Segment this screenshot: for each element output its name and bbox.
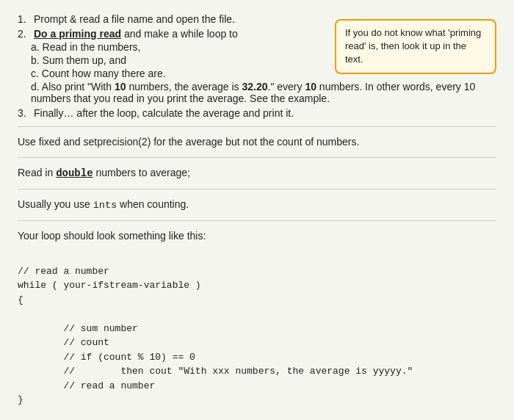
bold-3220: 32.20 xyxy=(242,81,267,93)
list-num-3: 3. xyxy=(18,107,34,119)
para-ints: Usually you use ints when counting. xyxy=(18,197,496,213)
list-item-3-text: Finally… after the loop, calculate the a… xyxy=(34,107,496,119)
code-line-2: while ( your-ifstream-variable ) xyxy=(18,280,201,291)
code-line-6: // count xyxy=(18,337,109,348)
separator-4 xyxy=(18,220,496,221)
callout-priming-text: If you do not know what 'priming read' i… xyxy=(345,27,481,65)
code-line-7: // if (count % 10) == 0 xyxy=(18,352,195,363)
sub-item-b-text: Sum them up, and xyxy=(43,54,126,66)
separator-1 xyxy=(18,126,496,127)
para-setprecision: Use fixed and setprecision(2) for the av… xyxy=(18,134,496,150)
para-double: Read in double numbers to average; xyxy=(18,165,496,181)
sub-item-d-letter: d. xyxy=(31,81,40,93)
code-block: // read a number while ( your-ifstream-v… xyxy=(18,250,496,420)
list-item-2-continuation: and make a while loop to xyxy=(124,28,238,40)
sub-item-c-letter: c. xyxy=(31,68,39,79)
list-num-2: 2. xyxy=(18,28,34,40)
loop-intro-text: Your loop should look something like thi… xyxy=(18,228,496,244)
sub-item-d-text: Also print "With 10 numbers, the average… xyxy=(31,81,475,104)
separator-3 xyxy=(18,189,496,189)
code-line-3: { xyxy=(18,294,23,305)
ints-keyword: ints xyxy=(93,200,117,211)
loop-section: Do NOT use some-ifstream.eof() ! Do not … xyxy=(18,228,496,420)
code-line-10: } xyxy=(18,394,23,405)
content-area: If you do not know what 'priming read' i… xyxy=(18,13,496,420)
bold-10-1: 10 xyxy=(115,81,126,93)
priming-read-label: Do a priming read xyxy=(34,28,121,40)
list-item-3: 3. Finally… after the loop, calculate th… xyxy=(18,107,496,119)
sub-item-d: d. Also print "With 10 numbers, the aver… xyxy=(31,81,496,104)
separator-2 xyxy=(18,157,496,158)
sub-item-b-letter: b. xyxy=(31,54,40,66)
callout-box-priming: If you do not know what 'priming read' i… xyxy=(335,19,496,74)
double-keyword: double xyxy=(56,167,93,179)
code-line-8: // then cout "With xxx numbers, the aver… xyxy=(18,366,413,377)
bold-10-2: 10 xyxy=(305,81,316,93)
sub-item-a-letter: a. xyxy=(31,41,40,53)
code-line-5: // sum number xyxy=(18,323,138,334)
code-line-9: // read a number xyxy=(18,380,155,391)
sub-item-c-text: Count how many there are. xyxy=(42,68,166,79)
sub-item-a-text: Read in the numbers, xyxy=(43,41,141,53)
list-num-1: 1. xyxy=(18,13,34,25)
code-line-1: // read a number xyxy=(18,266,109,277)
